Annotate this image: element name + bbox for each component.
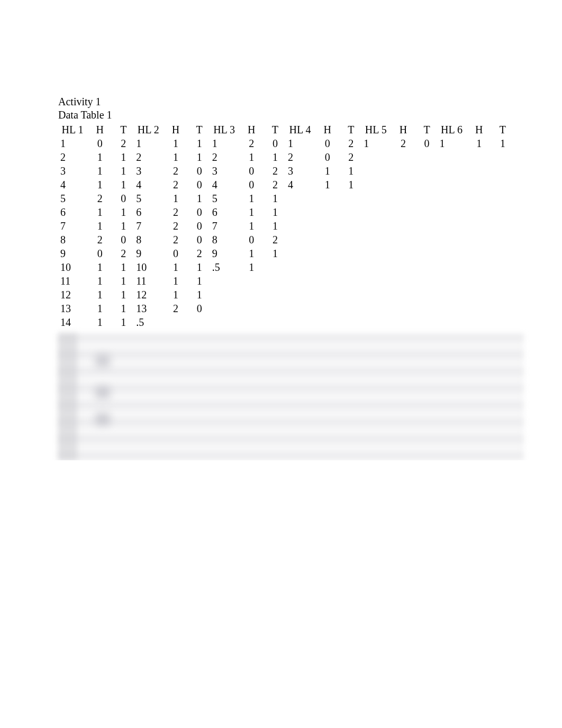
- table-cell: [361, 219, 390, 233]
- table-cell: [466, 192, 492, 205]
- table-cell: [438, 164, 466, 178]
- table-cell: 2: [340, 150, 361, 164]
- table-cell: [265, 315, 286, 329]
- table-cell: [314, 260, 340, 274]
- table-cell: 1: [286, 136, 314, 150]
- table-cell: 1: [239, 150, 265, 164]
- table-cell: 1: [113, 302, 134, 315]
- col-t: T: [416, 123, 438, 136]
- table-cell: [239, 288, 265, 302]
- table-cell: [438, 233, 466, 247]
- table-cell: [438, 205, 466, 219]
- table-cell: 1: [189, 260, 210, 274]
- table-cell: [340, 260, 361, 274]
- table-cell: [390, 315, 416, 329]
- table-cell: 2: [162, 164, 188, 178]
- table-cell: 11: [58, 274, 87, 288]
- table-cell: 2: [340, 136, 361, 150]
- table-cell: 1: [134, 136, 162, 150]
- table-cell: 0: [416, 136, 438, 150]
- table-cell: 1: [314, 178, 340, 192]
- table-cell: 1: [314, 164, 340, 178]
- col-h: H: [390, 123, 416, 136]
- table-cell: 7: [134, 219, 162, 233]
- table-cell: [438, 315, 466, 329]
- table-cell: 7: [58, 219, 87, 233]
- table-cell: [438, 192, 466, 205]
- table-cell: 0: [239, 233, 265, 247]
- table-row: 411420402411: [58, 178, 513, 192]
- table-cell: 8: [58, 233, 87, 247]
- table-cell: [466, 150, 492, 164]
- table-cell: [314, 274, 340, 288]
- table-cell: [361, 192, 390, 205]
- table-row: 11111111: [58, 274, 513, 288]
- table-cell: 10: [58, 260, 87, 274]
- table-row: 820820802: [58, 233, 513, 247]
- table-cell: 1: [87, 205, 113, 219]
- table-cell: 0: [189, 219, 210, 233]
- table-cell: 1: [87, 150, 113, 164]
- table-cell: [390, 219, 416, 233]
- table-cell: [314, 219, 340, 233]
- table-cell: [286, 315, 314, 329]
- table-cell: [492, 178, 513, 192]
- table-cell: [361, 178, 390, 192]
- table-cell: 8: [134, 233, 162, 247]
- table-cell: [390, 288, 416, 302]
- table-cell: [438, 247, 466, 260]
- table-cell: 0: [239, 164, 265, 178]
- col-hl: HL 1: [58, 123, 87, 136]
- table-cell: 2: [189, 247, 210, 260]
- table-cell: [286, 205, 314, 219]
- table-cell: 1: [162, 274, 188, 288]
- table-cell: [390, 260, 416, 274]
- table-cell: [492, 247, 513, 260]
- table-cell: 1: [87, 288, 113, 302]
- table-cell: 1: [87, 219, 113, 233]
- table-cell: [390, 192, 416, 205]
- table-cell: 0: [239, 178, 265, 192]
- table-cell: 2: [58, 150, 87, 164]
- table-cell: 1: [162, 150, 188, 164]
- table-cell: 1: [87, 274, 113, 288]
- table-cell: [390, 247, 416, 260]
- table-row: 520511511: [58, 192, 513, 205]
- table-cell: 1: [189, 192, 210, 205]
- table-cell: 9: [58, 247, 87, 260]
- table-cell: [390, 302, 416, 315]
- table-cell: [239, 274, 265, 288]
- table-cell: [286, 219, 314, 233]
- table-cell: 1: [189, 288, 210, 302]
- table-cell: 1: [162, 136, 188, 150]
- col-t: T: [340, 123, 361, 136]
- table-cell: 2: [265, 233, 286, 247]
- table-cell: 10: [134, 260, 162, 274]
- table-cell: [265, 288, 286, 302]
- table-cell: 1: [189, 136, 210, 150]
- table-cell: 1: [113, 178, 134, 192]
- table-cell: 1: [239, 247, 265, 260]
- data-table: HL 1 H T HL 2 H T HL 3 H T HL 4 H T HL 5…: [58, 123, 513, 329]
- table-cell: 1: [265, 205, 286, 219]
- table-cell: [162, 315, 188, 329]
- table-cell: 0: [189, 164, 210, 178]
- table-cell: [438, 288, 466, 302]
- table-cell: [492, 315, 513, 329]
- table-cell: 2: [162, 205, 188, 219]
- table-cell: [340, 315, 361, 329]
- table-cell: 1: [492, 136, 513, 150]
- table-cell: 1: [340, 164, 361, 178]
- col-h: H: [162, 123, 188, 136]
- table-cell: [210, 288, 239, 302]
- table-cell: [416, 315, 438, 329]
- table-cell: [340, 205, 361, 219]
- table-cell: [416, 288, 438, 302]
- table-row: 12111211: [58, 288, 513, 302]
- table-cell: .5: [210, 260, 239, 274]
- table-cell: 4: [210, 178, 239, 192]
- table-cell: [492, 219, 513, 233]
- table-cell: 1: [113, 274, 134, 288]
- table-cell: 6: [58, 205, 87, 219]
- table-cell: [416, 192, 438, 205]
